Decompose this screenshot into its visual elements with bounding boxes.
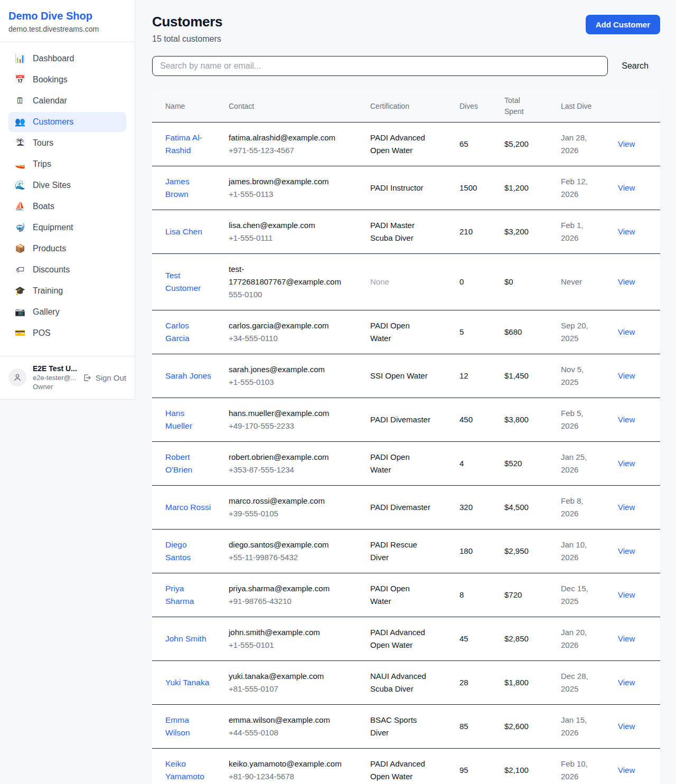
people-icon: 👥 [15,118,25,126]
sign-out-button[interactable]: Sign Out [82,373,126,382]
customer-name-link[interactable]: John Smith [165,632,206,645]
brand-name: Demo Dive Shop [8,10,126,22]
customer-phone: +44-555-0108 [229,726,370,739]
column-header-total-spent: Total Spent [504,90,561,122]
customer-total-spent: $1,200 [504,166,561,210]
customer-total-spent: $680 [504,310,561,354]
customer-name-link[interactable]: Carlos Garcia [165,319,212,345]
customer-email: fatima.alrashid@example.com [229,131,342,144]
customer-total-spent: $5,200 [504,122,561,166]
customer-total-spent: $2,600 [504,704,561,748]
sidebar-item-dive-sites[interactable]: 🌊 Dive Sites [8,175,126,195]
customer-name-link[interactable]: Yuki Tanaka [165,676,209,689]
sailboat-icon: ⛵ [15,202,25,211]
sidebar-item-tours[interactable]: 🏝 Tours [8,133,126,153]
table-row: Lisa Chen lisa.chen@example.com +1-555-0… [152,210,660,253]
search-input[interactable] [152,56,608,76]
user-name: E2E Test U... [33,364,76,373]
search-button[interactable]: Search [608,61,660,71]
customer-email: james.brown@example.com [229,175,342,188]
sidebar-item-customers[interactable]: 👥 Customers [8,112,126,132]
customer-last-dive: Jan 15, 2026 [561,714,598,739]
customer-certification: PADI Advanced Open Water [370,758,430,783]
customer-certification: PADI Rescue Diver [370,539,430,564]
customer-email: diego.santos@example.com [229,539,342,551]
view-customer-link[interactable]: View [618,722,635,731]
add-customer-button[interactable]: Add Customer [586,15,660,34]
customer-name-link[interactable]: Lisa Chen [165,225,202,238]
user-info: E2E Test U... e2e-tester@... Owner [33,364,76,391]
sidebar-item-label: Tours [33,138,53,148]
view-customer-link[interactable]: View [618,503,635,512]
view-customer-link[interactable]: View [618,183,635,192]
customer-phone: 555-0100 [229,288,370,301]
person-icon [13,373,22,382]
view-customer-link[interactable]: View [618,766,635,774]
customer-last-dive: Jan 25, 2026 [561,451,598,476]
speedboat-icon: 🚤 [15,160,25,168]
customer-certification: PADI Divemaster [370,413,430,426]
sidebar-item-label: Calendar [33,96,67,106]
customer-name-link[interactable]: Keiko Yamamoto [165,758,212,783]
customer-certification: BSAC Sports Diver [370,714,430,739]
view-customer-link[interactable]: View [618,459,635,468]
sidebar-item-boats[interactable]: ⛵ Boats [8,196,126,216]
wave-icon: 🌊 [15,181,25,190]
view-customer-link[interactable]: View [618,371,635,380]
customer-name-link[interactable]: Test Customer [165,269,212,295]
customer-certification: PADI Master Scuba Diver [370,219,430,244]
app-root: Demo Dive Shop demo.test.divestreams.com… [0,0,676,784]
view-customer-link[interactable]: View [618,277,635,286]
customer-name-link[interactable]: Robert O'Brien [165,451,212,476]
table-row: Carlos Garcia carlos.garcia@example.com … [152,310,660,354]
view-customer-link[interactable]: View [618,590,635,599]
customer-email: marco.rossi@example.com [229,495,342,507]
customer-dives: 8 [459,573,504,617]
sidebar-item-pos[interactable]: 💳 POS [8,323,126,343]
main-content: Customers 15 total customers Add Custome… [135,0,676,784]
view-customer-link[interactable]: View [618,227,635,236]
column-header-last-dive: Last Dive [561,90,618,122]
customer-phone: +55-11-99876-5432 [229,551,370,564]
customer-name-link[interactable]: Emma Wilson [165,714,212,739]
sidebar-item-label: Equipment [33,223,73,232]
column-header-certification: Certification [370,90,459,122]
sidebar-item-bookings[interactable]: 📅 Bookings [8,70,126,90]
customer-dives: 5 [459,310,504,354]
view-customer-link[interactable]: View [618,415,635,424]
sidebar: Demo Dive Shop demo.test.divestreams.com… [0,0,135,400]
sidebar-item-equipment[interactable]: 🤿 Equipment [8,218,126,238]
customer-last-dive: Jan 20, 2026 [561,626,598,651]
page-header: Customers 15 total customers Add Custome… [152,14,660,44]
logout-icon [82,373,91,382]
view-customer-link[interactable]: View [618,327,635,336]
sidebar-item-gallery[interactable]: 📷 Gallery [8,302,126,322]
sidebar-item-training[interactable]: 🎓 Training [8,281,126,301]
sidebar-item-dashboard[interactable]: 📊 Dashboard [8,49,126,69]
sidebar-item-products[interactable]: 📦 Products [8,239,126,259]
customer-last-dive: Sep 20, 2025 [561,319,598,345]
customer-certification: PADI Open Water [370,451,430,476]
sidebar-item-calendar[interactable]: 🗓 Calendar [8,91,126,111]
credit-card-icon: 💳 [15,329,25,337]
customers-table: Name Contact Certification Dives Total S… [152,90,660,784]
sidebar-item-discounts[interactable]: 🏷 Discounts [8,260,126,280]
customer-name-link[interactable]: James Brown [165,175,212,201]
view-customer-link[interactable]: View [618,139,635,148]
customer-email: yuki.tanaka@example.com [229,670,342,683]
view-customer-link[interactable]: View [618,634,635,643]
customer-email: test-1772681807767@example.com [229,263,342,288]
customer-phone: +1-555-0103 [229,376,370,389]
customer-name-link[interactable]: Diego Santos [165,539,212,564]
view-customer-link[interactable]: View [618,678,635,687]
customer-name-link[interactable]: Marco Rossi [165,501,211,514]
view-customer-link[interactable]: View [618,546,635,555]
customer-name-link[interactable]: Hans Mueller [165,407,212,432]
customer-email: john.smith@example.com [229,626,342,639]
customer-name-link[interactable]: Priya Sharma [165,582,212,608]
sidebar-item-label: Dive Sites [33,181,71,190]
customer-name-link[interactable]: Sarah Jones [165,370,211,382]
customer-name-link[interactable]: Fatima Al-Rashid [165,131,212,157]
table-row: John Smith john.smith@example.com +1-555… [152,617,660,660]
sidebar-item-trips[interactable]: 🚤 Trips [8,154,126,174]
